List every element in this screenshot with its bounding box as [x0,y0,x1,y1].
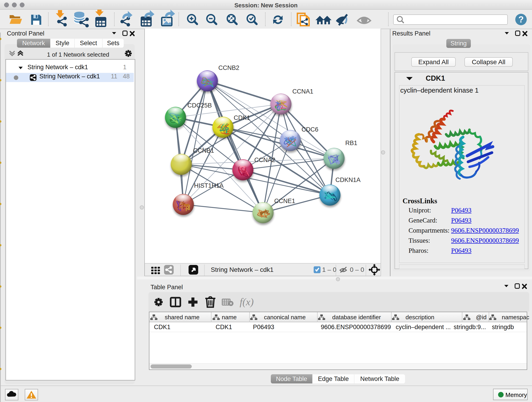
svg-text:CCNB1: CCNB1 [193,147,214,154]
svg-text:CDK1: CDK1 [234,114,250,121]
svg-text:CDC6: CDC6 [302,126,318,133]
svg-text:f(x): f(x) [240,296,254,307]
svg-text:CDKN1A: CDKN1A [336,177,361,183]
svg-text:CCNB2: CCNB2 [218,64,239,71]
svg-text:?: ? [518,15,524,24]
svg-text:CCNA1: CCNA1 [292,88,313,95]
svg-text:CCNA2: CCNA2 [254,157,275,163]
svg-text:CCNE1: CCNE1 [274,198,295,204]
svg-text:CDC25B: CDC25B [187,102,212,109]
svg-text:RB1: RB1 [345,140,357,147]
svg-text:HIST1H1A: HIST1H1A [194,182,224,189]
